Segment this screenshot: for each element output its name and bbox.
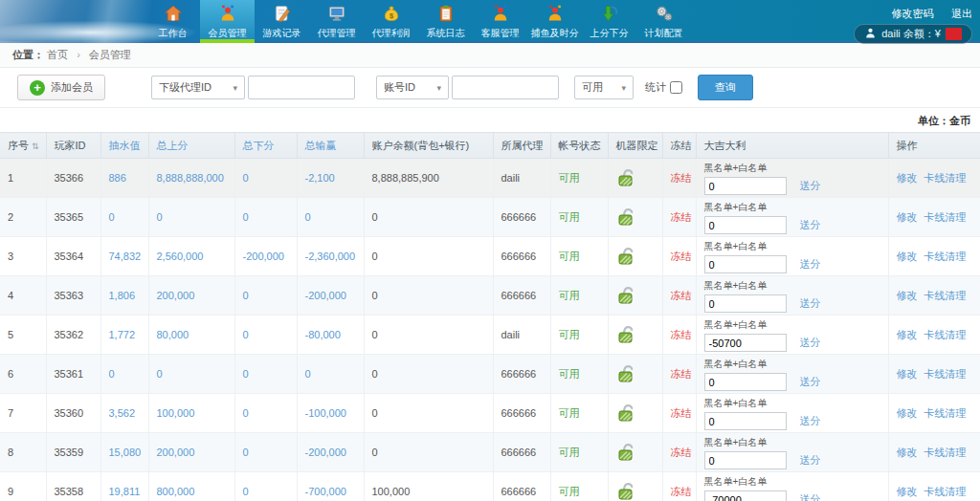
- freeze-link[interactable]: 冻结: [671, 172, 692, 184]
- edit-link[interactable]: 修改: [897, 250, 918, 262]
- clear-line-link[interactable]: 卡线清理: [924, 486, 967, 497]
- total-down-link[interactable]: 0: [243, 211, 249, 223]
- freeze-link[interactable]: 冻结: [671, 407, 692, 419]
- nav-item-system-log[interactable]: 系统日志: [418, 0, 473, 43]
- score-input[interactable]: [704, 177, 787, 195]
- total-down-link[interactable]: 0: [243, 172, 249, 184]
- total-winloss-link[interactable]: -2,100: [305, 172, 335, 184]
- change-password-link[interactable]: 修改密码: [892, 8, 934, 19]
- nav-item-workbench[interactable]: 工作台: [145, 0, 200, 43]
- edit-link[interactable]: 修改: [897, 486, 918, 497]
- search-button[interactable]: 查询: [698, 75, 753, 100]
- total-winloss-link[interactable]: -200,000: [305, 447, 346, 458]
- score-input[interactable]: [704, 490, 787, 501]
- unlocked-padlock-icon[interactable]: [616, 250, 637, 261]
- clear-line-link[interactable]: 卡线清理: [924, 290, 967, 301]
- unlocked-padlock-icon[interactable]: [616, 171, 637, 183]
- pump-value-link[interactable]: 0: [109, 211, 115, 223]
- send-score-link[interactable]: 送分: [800, 453, 821, 468]
- nav-item-agent-profit[interactable]: $ 代理利润: [364, 0, 418, 43]
- unlocked-padlock-icon[interactable]: [616, 289, 637, 300]
- nav-item-plan-config[interactable]: 计划配置: [636, 0, 691, 43]
- col-total-up[interactable]: 总上分: [148, 133, 234, 159]
- send-score-link[interactable]: 送分: [800, 296, 821, 311]
- total-down-link[interactable]: -200,000: [243, 250, 284, 262]
- freeze-link[interactable]: 冻结: [671, 329, 692, 340]
- freeze-link[interactable]: 冻结: [671, 290, 692, 301]
- total-winloss-link[interactable]: -80,000: [305, 329, 341, 340]
- unlocked-padlock-icon[interactable]: [616, 446, 637, 457]
- total-down-link[interactable]: 0: [243, 368, 249, 380]
- sub-agent-id-input[interactable]: [248, 76, 355, 99]
- freeze-link[interactable]: 冻结: [671, 447, 692, 458]
- account-id-select[interactable]: 账号ID ▾: [376, 76, 449, 99]
- pump-value-link[interactable]: 886: [109, 172, 126, 184]
- total-winloss-link[interactable]: -700,000: [305, 486, 346, 497]
- total-up-link[interactable]: 0: [157, 211, 163, 223]
- freeze-link[interactable]: 冻结: [671, 486, 692, 497]
- total-down-link[interactable]: 0: [243, 447, 249, 458]
- unlocked-padlock-icon[interactable]: [616, 367, 637, 379]
- total-up-link[interactable]: 2,560,000: [157, 250, 204, 262]
- col-pump[interactable]: 抽水值: [100, 133, 148, 159]
- score-input[interactable]: [704, 255, 787, 273]
- total-down-link[interactable]: 0: [243, 290, 249, 301]
- total-down-link[interactable]: 0: [243, 486, 249, 497]
- clear-line-link[interactable]: 卡线清理: [924, 172, 967, 184]
- edit-link[interactable]: 修改: [897, 211, 918, 223]
- clear-line-link[interactable]: 卡线清理: [924, 250, 967, 262]
- send-score-link[interactable]: 送分: [800, 414, 821, 428]
- send-score-link[interactable]: 送分: [800, 257, 821, 272]
- score-input[interactable]: [704, 412, 787, 430]
- clear-line-link[interactable]: 卡线清理: [924, 211, 967, 223]
- pump-value-link[interactable]: 0: [109, 368, 115, 380]
- sub-agent-id-select[interactable]: 下级代理ID ▾: [151, 76, 245, 99]
- clear-line-link[interactable]: 卡线清理: [924, 407, 967, 419]
- col-total-down[interactable]: 总下分: [234, 133, 297, 159]
- pump-value-link[interactable]: 1,806: [109, 290, 136, 301]
- score-input[interactable]: [704, 451, 787, 469]
- send-score-link[interactable]: 送分: [800, 375, 821, 389]
- edit-link[interactable]: 修改: [897, 447, 918, 458]
- total-up-link[interactable]: 200,000: [157, 290, 195, 301]
- logout-link[interactable]: 退出: [951, 8, 972, 19]
- edit-link[interactable]: 修改: [897, 290, 918, 301]
- pump-value-link[interactable]: 19,811: [109, 486, 141, 497]
- nav-item-up-down-score[interactable]: 上分下分: [582, 0, 636, 43]
- add-member-button[interactable]: + 添加会员: [17, 75, 105, 100]
- user-balance-pill[interactable]: daili 余额：¥: [854, 24, 972, 44]
- edit-link[interactable]: 修改: [897, 368, 918, 380]
- nav-item-fishing-score[interactable]: 捕鱼及时分: [527, 0, 582, 43]
- total-winloss-link[interactable]: -2,360,000: [305, 250, 356, 262]
- unlocked-padlock-icon[interactable]: [616, 485, 637, 496]
- nav-item-agent-management[interactable]: 代理管理: [309, 0, 364, 43]
- nav-item-game-records[interactable]: 游戏记录: [255, 0, 309, 43]
- send-score-link[interactable]: 送分: [800, 336, 821, 350]
- send-score-link[interactable]: 送分: [800, 179, 821, 193]
- edit-link[interactable]: 修改: [897, 329, 918, 340]
- total-winloss-link[interactable]: 0: [305, 368, 311, 380]
- pump-value-link[interactable]: 15,080: [109, 447, 142, 458]
- account-id-input[interactable]: [452, 76, 559, 99]
- clear-line-link[interactable]: 卡线清理: [924, 329, 967, 340]
- clear-line-link[interactable]: 卡线清理: [924, 368, 967, 380]
- status-select[interactable]: 可用 ▾: [574, 76, 634, 99]
- total-up-link[interactable]: 8,888,888,000: [157, 172, 224, 184]
- send-score-link[interactable]: 送分: [800, 218, 821, 232]
- pump-value-link[interactable]: 1,772: [109, 329, 136, 340]
- edit-link[interactable]: 修改: [897, 407, 918, 419]
- total-winloss-link[interactable]: -100,000: [305, 407, 346, 419]
- score-input[interactable]: [704, 334, 787, 352]
- unlocked-padlock-icon[interactable]: [616, 406, 637, 418]
- total-up-link[interactable]: 100,000: [157, 407, 195, 419]
- total-winloss-link[interactable]: 0: [305, 211, 311, 223]
- freeze-link[interactable]: 冻结: [671, 368, 692, 380]
- total-up-link[interactable]: 800,000: [157, 486, 195, 497]
- freeze-link[interactable]: 冻结: [671, 211, 692, 223]
- total-winloss-link[interactable]: -200,000: [305, 290, 346, 301]
- total-up-link[interactable]: 0: [157, 368, 163, 380]
- score-input[interactable]: [704, 373, 787, 391]
- edit-link[interactable]: 修改: [897, 172, 918, 184]
- col-index[interactable]: 序号⇅: [0, 133, 46, 159]
- pump-value-link[interactable]: 74,832: [109, 250, 142, 262]
